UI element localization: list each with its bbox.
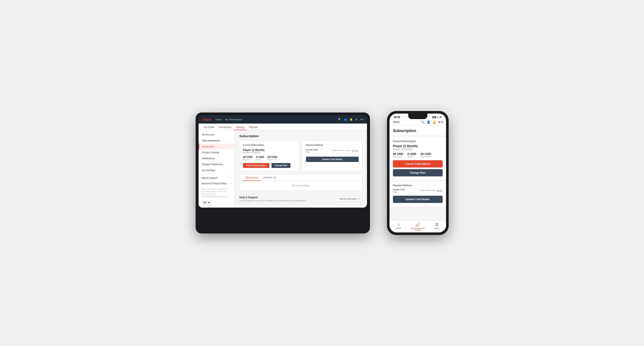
sidebar-version-info: Clippd Client Version: 2023.07.6-8 GQL S… — [198, 186, 234, 200]
subscription-actions: Cancel Subscription Change Plan — [243, 163, 296, 168]
phone-time: 10:43 — [394, 116, 400, 119]
tablet-topnav: clippd Home My Performance 🔍 👥 🔔 ⊕ A ▾ — [198, 116, 367, 124]
help-title: Help & Support — [240, 196, 306, 199]
bell-icon[interactable]: 🔔 — [350, 118, 353, 121]
phone-credit: 0 USD Credit — [408, 152, 416, 158]
cancel-subscription-button[interactable]: Cancel Subscription — [243, 163, 270, 168]
phone-amount-due: 20 USD Amount due — [420, 152, 431, 158]
sidebar-item-golf-bag[interactable]: My Golf Bag › — [198, 167, 234, 173]
bell-icon[interactable]: 🔔 — [432, 120, 436, 124]
tab-referrals[interactable]: Referrals 0 — [261, 175, 279, 181]
phone-masked-number: **** **** **** 4242 — [420, 189, 442, 192]
tablet-nav-home[interactable]: Home — [216, 118, 222, 121]
phone-device: 10:43 ▐▐▐ ▲ 85 ‹ Back 🔍 👤 🔔 ⊕ ▾ Subscrip… — [387, 111, 448, 235]
credit: 0 USD Credit — [256, 155, 264, 161]
tablet-nav-icons: 🔍 👥 🔔 ⊕ A ▾ — [338, 118, 364, 121]
sidebar-item-subscription[interactable]: Subscription › — [198, 144, 234, 150]
tablet-sidebar: My Account › Data Integrations › Subscri… — [198, 130, 235, 208]
phone-cancel-subscription-button[interactable]: Cancel Subscription — [393, 160, 443, 168]
tablet-screen: clippd Home My Performance 🔍 👥 🔔 ⊕ A ▾ M… — [198, 116, 367, 208]
payment-section-title: Payment Method — [306, 144, 359, 146]
phone-status-icons: ▐▐▐ ▲ 85 — [432, 116, 442, 118]
tab-myprofile[interactable]: My Profile — [202, 126, 217, 130]
phone-bottomnav: ⌂ Home 📈 My Performance ☰ Menu — [390, 220, 446, 232]
payment-row: Credit Card Visa **** **** **** 4242 — [306, 148, 359, 153]
phone-renew-date: Renews on 25/07/23 — [393, 148, 443, 151]
tablet-main: Subscription Current Subscription Player… — [235, 130, 367, 208]
tab-billing-history[interactable]: Billing History — [243, 175, 261, 181]
tablet-device: clippd Home My Performance 🔍 👥 🔔 ⊕ A ▾ M… — [196, 113, 370, 233]
help-description: Visit the Clippd Community to troublesho… — [240, 199, 306, 202]
cards-row: Current Subscription Player (1 Month) Re… — [240, 141, 362, 171]
update-card-button[interactable]: Update Card Details — [306, 157, 359, 162]
page-title: Subscription — [240, 134, 362, 138]
sidebar-item-data-integrations[interactable]: Data Integrations › — [198, 138, 234, 144]
tab-connections[interactable]: Connections — [216, 126, 234, 130]
phone-amounts: 20 USD Base price 0 USD Credit 20 USD Am… — [393, 152, 443, 158]
language-selector[interactable]: EN — [202, 201, 211, 205]
external-link-icon: ↗ — [358, 198, 360, 200]
phone-page-title: Subscription — [390, 126, 446, 135]
signal-icon: ▐▐▐ — [432, 116, 436, 118]
tablet-content: My Account › Data Integrations › Subscri… — [198, 130, 367, 208]
chevron-right-icon: › — [231, 140, 232, 142]
back-button[interactable]: ‹ Back — [392, 121, 400, 124]
sidebar-item-account[interactable]: My Account › — [198, 132, 234, 138]
visit-community-button[interactable]: Visit Our Community ↗ — [336, 196, 362, 201]
phone-nav-menu[interactable]: ☰ Menu — [430, 222, 443, 230]
chevron-right-icon: › — [231, 163, 232, 165]
plus-icon[interactable]: ⊕ ▾ — [438, 120, 443, 124]
base-price: 20 USD Base price — [243, 155, 253, 161]
avatar-icon[interactable]: A ▾ — [360, 118, 364, 121]
phone-base-price: 20 USD Base price — [393, 152, 403, 158]
phone-change-plan-button[interactable]: Change Plan — [393, 169, 443, 176]
globe-icon[interactable]: ⊕ — [355, 118, 358, 121]
billing-tabs: Billing History Referrals 0 — [240, 175, 362, 181]
payment-masked-number: **** **** **** 4242 — [332, 150, 358, 152]
tablet-nav-performance[interactable]: My Performance — [225, 118, 242, 121]
sidebar-item-privacy[interactable]: Privacy Controls › — [198, 150, 234, 155]
external-link-icon: ↗ — [230, 182, 232, 184]
search-icon[interactable]: 🔍 — [338, 118, 341, 121]
phone-notch — [408, 114, 427, 119]
phone-payment-section-title: Payment Method — [393, 184, 443, 186]
users-icon[interactable]: 👥 — [344, 118, 347, 121]
phone-topnav: ‹ Back 🔍 👤 🔔 ⊕ ▾ — [390, 120, 446, 126]
phone-content: Subscription Current Subscription Player… — [390, 126, 446, 220]
billing-empty-message: No Invoices Found — [240, 181, 362, 190]
sidebar-item-display[interactable]: Display Preferences › — [198, 161, 234, 167]
change-plan-button[interactable]: Change Plan — [272, 163, 290, 168]
phone-nav-home[interactable]: ⌂ Home — [392, 222, 405, 230]
search-icon[interactable]: 🔍 — [421, 120, 424, 124]
phone-update-card-button[interactable]: Update Card Details — [393, 196, 443, 203]
phone-payment-card: Payment Method Credit Card Visa **** ***… — [390, 181, 446, 206]
sidebar-divider — [198, 174, 234, 174]
wifi-icon: ▲ — [437, 116, 439, 118]
help-text: Help & Support Visit the Clippd Communit… — [240, 196, 306, 202]
phone-plan-name: Player (1 Month) — [393, 144, 443, 148]
subscription-section-title: Current Subscription — [243, 144, 296, 146]
subscription-amounts: 20 USD Base price 0 USD Credit 20 USD Am… — [243, 155, 296, 161]
tab-tutorials[interactable]: Tutorials — [246, 126, 260, 130]
nav-active-indicator — [414, 230, 421, 230]
tab-settings[interactable]: Settings — [234, 126, 247, 130]
phone-topnav-icons: 🔍 👤 🔔 ⊕ ▾ — [421, 120, 443, 124]
home-icon: ⌂ — [397, 222, 400, 227]
battery-icon: 85 — [440, 116, 442, 118]
phone-subscription-card: Current Subscription Player (1 Month) Re… — [390, 137, 446, 179]
amount-due: 20 USD Amount due — [268, 155, 277, 161]
sidebar-item-notifications[interactable]: Notifications › — [198, 155, 234, 161]
tablet-nav-links: Home My Performance — [216, 118, 242, 121]
tablet-logo: clippd — [202, 118, 211, 121]
current-subscription-card: Current Subscription Player (1 Month) Re… — [240, 141, 299, 171]
user-icon[interactable]: 👤 — [427, 120, 430, 124]
phone-payment-info: Credit Card Visa — [393, 188, 405, 193]
chevron-right-icon: › — [231, 169, 232, 171]
sidebar-privacy-link[interactable]: Service & Privacy Policy ↗ — [198, 181, 234, 186]
phone-nav-performance[interactable]: 📈 My Performance — [410, 222, 424, 230]
plan-name: Player (1 Month) — [243, 148, 296, 152]
renew-date: Renews on 25/07/23 — [243, 152, 296, 154]
phone-screen: 10:43 ▐▐▐ ▲ 85 ‹ Back 🔍 👤 🔔 ⊕ ▾ Subscrip… — [390, 114, 446, 232]
chevron-left-icon: ‹ — [392, 121, 393, 124]
sidebar-help-link[interactable]: Help & Support ↗ — [198, 175, 234, 181]
